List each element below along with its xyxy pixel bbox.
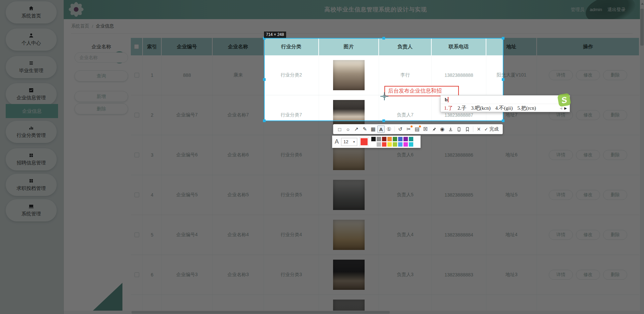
resize-handle-w[interactable]: [263, 78, 266, 81]
mosaic-tool-icon[interactable]: ▦: [369, 125, 377, 134]
detail-button[interactable]: 详情: [549, 230, 573, 240]
detail-button[interactable]: 详情: [549, 270, 573, 280]
palette-color[interactable]: [376, 142, 381, 147]
ime-prev-page-icon[interactable]: ◀: [560, 106, 562, 110]
col-header-code: 企业编号: [162, 38, 213, 55]
resize-handle-n[interactable]: [382, 37, 385, 40]
font-size-select[interactable]: 12 ▾: [341, 138, 357, 146]
row-checkbox[interactable]: [135, 193, 139, 197]
row-checkbox[interactable]: [135, 73, 139, 77]
download-icon[interactable]: [446, 125, 455, 134]
select-all-checkbox[interactable]: [134, 44, 139, 49]
cancel-capture-icon[interactable]: ×: [475, 125, 483, 134]
palette-color[interactable]: [409, 137, 414, 142]
resize-handle-se[interactable]: [502, 119, 504, 122]
palette-color[interactable]: [387, 142, 392, 147]
edit-button[interactable]: 修改: [576, 230, 600, 240]
delete-row-button[interactable]: 删除: [603, 270, 627, 280]
cut-icon[interactable]: ✂: [405, 125, 413, 134]
row-checkbox[interactable]: [135, 153, 139, 157]
text-recognition-icon[interactable]: ▤: [413, 125, 421, 134]
detail-button[interactable]: 详情: [549, 190, 573, 200]
delete-row-button[interactable]: 删除: [603, 190, 627, 200]
pin-icon[interactable]: [430, 125, 438, 134]
edit-button[interactable]: 修改: [576, 150, 600, 160]
edit-button[interactable]: 修改: [576, 270, 600, 280]
palette-color[interactable]: [371, 142, 376, 147]
palette-color[interactable]: [382, 142, 387, 147]
sidebar-item-company-mgmt[interactable]: 企业信息管理: [6, 83, 57, 105]
sidebar-item-system[interactable]: 系统管理: [6, 199, 57, 221]
company-name-input[interactable]: [74, 52, 128, 63]
cell-code: 企业编号5: [162, 175, 213, 215]
edit-button[interactable]: 修改: [576, 70, 600, 80]
palette-color[interactable]: [398, 142, 403, 147]
edit-button[interactable]: 修改: [576, 110, 600, 120]
logout-link[interactable]: 退出登录: [607, 7, 626, 13]
vertical-scrollbar-thumb[interactable]: [640, 9, 644, 46]
row-checkbox[interactable]: [135, 232, 139, 237]
current-color-swatch[interactable]: [360, 137, 369, 146]
palette-color[interactable]: [387, 137, 392, 142]
bookmark-icon[interactable]: [463, 125, 472, 134]
sidebar-item-industry[interactable]: 行业分类管理: [6, 121, 57, 143]
edit-button[interactable]: 修改: [576, 190, 600, 200]
smart-select-icon[interactable]: ☒: [421, 125, 430, 134]
delete-row-button[interactable]: 删除: [603, 150, 627, 160]
delete-row-button[interactable]: 删除: [603, 110, 627, 120]
ellipse-tool-icon[interactable]: ○: [344, 125, 352, 134]
detail-button[interactable]: 详情: [549, 70, 573, 80]
sidebar-subitem-company-info-active[interactable]: 企业信息: [6, 104, 58, 118]
cell-index: 4: [143, 175, 162, 215]
palette-color[interactable]: [409, 142, 414, 147]
send-to-phone-icon[interactable]: [455, 125, 463, 134]
palette-color[interactable]: [376, 137, 381, 142]
resize-handle-s[interactable]: [382, 119, 385, 122]
rectangle-tool-icon[interactable]: □: [335, 125, 344, 134]
ime-candidate-1[interactable]: 1.了: [444, 105, 453, 111]
palette-color[interactable]: [382, 137, 387, 142]
sidebar-item-graduates[interactable]: 毕业生管理: [6, 56, 57, 78]
text-annotation-box[interactable]: 后台发布企业信息和招: [384, 86, 459, 96]
palette-color[interactable]: [398, 137, 403, 142]
ime-candidate-4[interactable]: 4.不(gii): [495, 105, 513, 111]
ime-candidate-2[interactable]: 2.子: [458, 105, 466, 111]
breadcrumb-current: 企业信息: [96, 23, 114, 29]
sidebar-item-applications[interactable]: 求职投档管理: [6, 174, 57, 196]
ime-candidate-3[interactable]: 3.吧(kcn): [471, 105, 491, 111]
delete-button[interactable]: 删除: [74, 103, 128, 114]
add-button[interactable]: 新增: [74, 91, 128, 102]
detail-button[interactable]: 详情: [549, 150, 573, 160]
sidebar-item-recruit[interactable]: 招聘信息管理: [6, 148, 57, 170]
palette-color[interactable]: [371, 137, 376, 142]
col-header-actions: 操作: [537, 38, 639, 55]
palette-color[interactable]: [403, 142, 408, 147]
ime-next-page-icon[interactable]: ▶: [564, 106, 567, 110]
sidebar-item-home[interactable]: 系统首页: [6, 1, 57, 23]
row-checkbox[interactable]: [135, 113, 139, 117]
record-icon[interactable]: ◉: [438, 125, 446, 134]
arrow-tool-icon[interactable]: ↗: [352, 125, 361, 134]
horizontal-scrollbar-thumb[interactable]: [131, 311, 390, 314]
resize-handle-sw[interactable]: [263, 119, 266, 122]
row-checkbox[interactable]: [135, 272, 139, 277]
sidebar-item-label: 企业信息管理: [17, 95, 46, 101]
delete-row-button[interactable]: 删除: [603, 70, 627, 80]
font-icon: A: [335, 138, 339, 145]
step-number-tool-icon[interactable]: ①: [385, 125, 393, 134]
scroll-up-icon[interactable]: [641, 3, 644, 5]
palette-color[interactable]: [403, 137, 408, 142]
search-button[interactable]: 查询: [74, 70, 128, 82]
undo-icon[interactable]: ↺: [396, 125, 405, 134]
breadcrumb-home[interactable]: 系统首页: [71, 23, 89, 29]
resize-handle-ne[interactable]: [502, 37, 504, 40]
palette-color[interactable]: [392, 142, 397, 147]
resize-handle-e[interactable]: [502, 78, 504, 81]
delete-row-button[interactable]: 删除: [603, 230, 627, 240]
finish-capture-button[interactable]: ✓ 完成: [484, 126, 498, 132]
sidebar-item-profile[interactable]: 个人中心: [6, 29, 57, 51]
pen-tool-icon[interactable]: ✎: [361, 125, 369, 134]
palette-color[interactable]: [392, 137, 397, 142]
text-tool-icon-selected[interactable]: A: [377, 125, 385, 133]
ime-candidate-5[interactable]: 5.把(rcn): [517, 105, 536, 111]
